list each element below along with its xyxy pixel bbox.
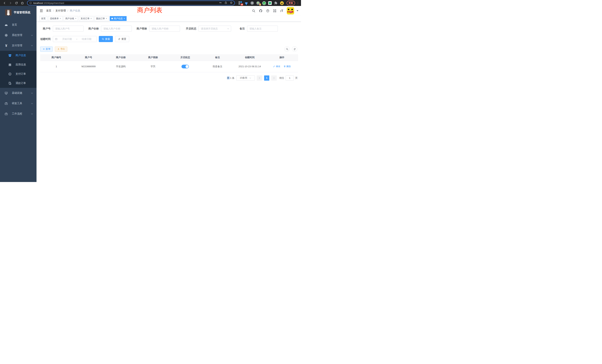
select-placeholder: 请选择开启状态: [201, 27, 218, 30]
tab-merchant-info[interactable]: 商户信息: [110, 16, 127, 21]
short-name-input[interactable]: [149, 26, 180, 32]
bookmark-star-icon[interactable]: [230, 1, 233, 5]
tab-manager-extension-icon[interactable]: 10: [238, 1, 242, 5]
y-extension-icon[interactable]: y: [262, 1, 266, 5]
sidebar-item-pay-order[interactable]: ¥ 支付订单: [0, 69, 36, 79]
tab-home[interactable]: 首页: [40, 16, 47, 21]
share-icon[interactable]: [225, 1, 227, 5]
chrome-update-button[interactable]: 更新: [287, 1, 295, 5]
search-icon[interactable]: [252, 9, 255, 13]
sidebar-item-label: 商户信息: [16, 54, 33, 57]
shop-icon: [8, 54, 12, 57]
reset-button[interactable]: 重置: [115, 36, 129, 42]
home-icon[interactable]: [20, 0, 25, 5]
svg-text:¥: ¥: [10, 73, 10, 75]
filter-row-2: 创建时间 开始日期 - 结束日期 搜索 重置: [40, 36, 298, 42]
profile-avatar-icon[interactable]: [280, 1, 284, 5]
gem-extension-icon[interactable]: [245, 1, 248, 5]
sidebar-item-workflow[interactable]: 工作流程: [0, 109, 36, 119]
status-toggle[interactable]: [182, 65, 189, 68]
sidebar-item-label: 退款订单: [16, 82, 33, 85]
breadcrumb-payment[interactable]: 支付管理: [55, 9, 66, 12]
edit-button[interactable]: 修改: [273, 65, 280, 68]
prev-page-button[interactable]: [257, 75, 262, 81]
breadcrumb-home[interactable]: 首页: [46, 9, 51, 12]
toolbox-icon: [4, 102, 8, 105]
password-key-icon[interactable]: [219, 1, 222, 5]
sidebar-toggle-icon[interactable]: [36, 9, 46, 13]
document-icon: [8, 82, 12, 85]
breadcrumb-separator: /: [67, 9, 68, 12]
font-size-icon[interactable]: TT: [280, 9, 283, 12]
refresh-table-icon[interactable]: [292, 46, 297, 52]
sidebar-item-label: 系统管理: [12, 33, 27, 37]
sidebar-item-system[interactable]: 系统管理: [0, 30, 36, 40]
sidebar-item-refund-order[interactable]: 退款订单: [0, 79, 36, 88]
sidebar-item-home[interactable]: 首页: [0, 20, 36, 30]
tab-pay-order[interactable]: 支付订单: [79, 16, 93, 21]
chevron-down-icon: [249, 77, 251, 79]
page-number-1[interactable]: 1: [264, 75, 269, 81]
create-time-range-picker[interactable]: 开始日期 - 结束日期: [53, 36, 97, 42]
search-button[interactable]: 搜索: [99, 36, 113, 42]
breadcrumb-separator: /: [53, 9, 54, 12]
close-icon[interactable]: [75, 17, 76, 20]
page-size-select[interactable]: 10条/页: [236, 75, 255, 81]
session-extension-icon[interactable]: 1: [256, 1, 260, 5]
filter-remark: 备注: [240, 26, 278, 32]
full-name-input[interactable]: [101, 26, 132, 32]
field-label: 开启状态: [186, 27, 196, 30]
main-area: 商户列表 首页 / 支付管理 / 商户信息 TT: [36, 6, 301, 182]
caret-down-icon[interactable]: [297, 10, 298, 11]
url-text[interactable]: localhost:1024/pay/merchant: [33, 2, 218, 4]
reload-icon[interactable]: [14, 0, 19, 5]
add-button[interactable]: 新增: [40, 46, 53, 52]
calendar-icon: [55, 38, 58, 40]
goto-page-input[interactable]: [286, 75, 294, 81]
yen-icon: ¥: [4, 44, 8, 47]
tab-refund-order[interactable]: 退款订单: [94, 16, 109, 21]
sidebar-item-payment[interactable]: ¥ 支付管理: [0, 40, 36, 51]
chevron-down-icon: [227, 28, 229, 30]
status-select[interactable]: 请选择开启状态: [198, 26, 231, 32]
sidebar-item-app-info[interactable]: 应用信息: [0, 60, 36, 69]
table-header-row: 商户编号 商户号 商户全称 商户简称 开启状态 备注 创建时间 操作: [40, 54, 298, 61]
sidebar-logo-row[interactable]: 芋道管理系统: [0, 6, 36, 19]
close-icon[interactable]: [106, 17, 107, 20]
close-icon[interactable]: [60, 17, 61, 20]
fullscreen-icon[interactable]: [273, 9, 277, 13]
merchant-no-input[interactable]: [53, 26, 84, 32]
tab-user-group[interactable]: 用户分组: [64, 16, 78, 21]
address-bar[interactable]: localhost:1024/pay/merchant: [27, 0, 235, 5]
sidebar-item-infrastructure[interactable]: 基础设施: [0, 88, 36, 98]
close-icon[interactable]: [90, 17, 92, 20]
close-icon[interactable]: [124, 17, 125, 20]
page-content: 商户号 商户全称 商户简称 开启状态 请选择开启状态: [36, 22, 301, 182]
command-extension-icon[interactable]: ⌘: [250, 1, 254, 5]
sidebar-item-dev-tools[interactable]: 研发工具: [0, 98, 36, 109]
next-page-button[interactable]: [271, 75, 277, 81]
extension-badge: 1: [259, 3, 261, 6]
cell-full-name: 芋道源码: [105, 61, 137, 72]
sidebar-item-merchant-info[interactable]: 商户信息: [0, 51, 36, 60]
user-avatar[interactable]: [287, 7, 294, 14]
end-date-placeholder: 结束日期: [79, 37, 95, 41]
help-icon[interactable]: [266, 9, 269, 13]
table-row: 1 M233666999 芋道源码 芋艿 我是备注 2021-10-23 08:…: [40, 61, 298, 72]
date-separator: -: [76, 38, 77, 40]
export-button[interactable]: 导出: [55, 46, 67, 52]
show-search-toggle-icon[interactable]: [284, 46, 290, 52]
chat-extension-icon[interactable]: [268, 1, 272, 5]
extensions-puzzle-icon[interactable]: [274, 1, 278, 5]
forward-icon[interactable]: [8, 0, 13, 5]
delete-button[interactable]: 删除: [284, 65, 291, 68]
back-icon[interactable]: [2, 0, 7, 5]
github-icon[interactable]: [259, 9, 262, 13]
remark-input[interactable]: [247, 26, 278, 32]
tab-process-form[interactable]: 流程表单: [48, 16, 63, 21]
tags-view-bar: 首页 流程表单 用户分组 支付订单 退款订单 商户信息: [36, 16, 301, 22]
kebab-menu-icon[interactable]: ⋮: [297, 2, 299, 4]
sidebar-item-label: 基础设施: [12, 91, 27, 95]
table-tools: [284, 46, 298, 52]
site-info-icon[interactable]: [29, 2, 32, 4]
